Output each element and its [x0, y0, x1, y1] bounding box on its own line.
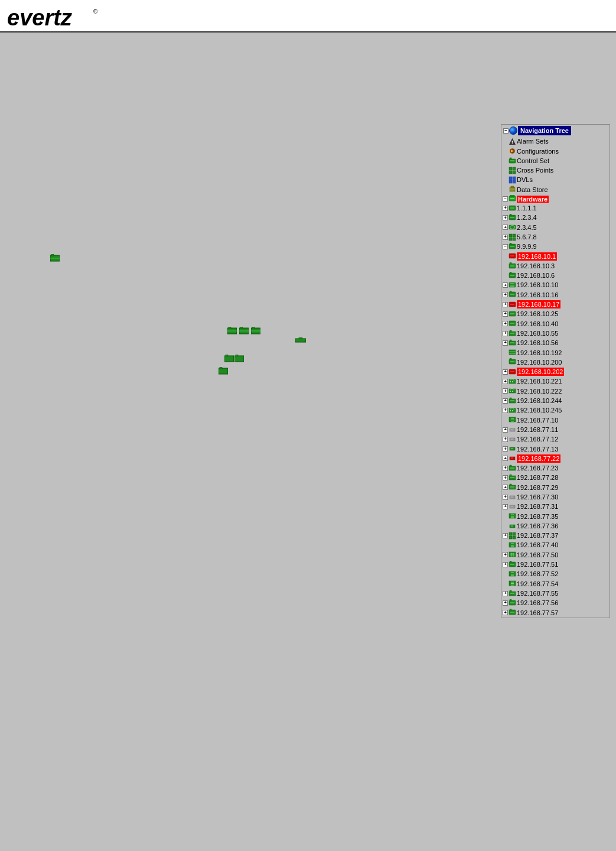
svg-rect-16	[224, 356, 234, 362]
nav-item-192-168-77-50[interactable]: + 192.168.77.50	[501, 550, 610, 560]
svg-rect-120	[510, 496, 515, 499]
nav-item-192-168-10-222[interactable]: + 192.168.10.222	[501, 386, 610, 396]
nav-item-192-168-77-31[interactable]: + 192.168.77.31	[501, 502, 610, 511]
nav-item-192-168-10-202[interactable]: + 192.168.10.202	[501, 367, 610, 376]
hardware-collapse[interactable]: −	[503, 196, 508, 202]
nav-item-192-168-77-51[interactable]: + 192.168.77.51	[501, 560, 610, 569]
nav-item-alarm-sets[interactable]: Alarm Sets	[501, 137, 610, 146]
nav-item-192-168-77-29[interactable]: + 192.168.77.29	[501, 483, 610, 492]
dvls-label: DVLs	[517, 176, 533, 184]
nav-item-5678[interactable]: + 5.6.7.8	[501, 232, 610, 242]
nav-item-192-168-77-23[interactable]: + 192.168.77.23	[501, 463, 610, 473]
nav-item-192-168-10-1[interactable]: 192.168.10.1	[501, 252, 610, 261]
nav-item-9999[interactable]: − 9.9.9.9	[501, 242, 610, 251]
device-icon-10-25	[509, 310, 516, 318]
svg-rect-131	[513, 532, 516, 535]
svg-point-92	[510, 381, 511, 382]
nav-item-192-168-10-3[interactable]: 192.168.10.3	[501, 261, 610, 271]
nav-item-192-168-10-25[interactable]: + 192.168.10.25	[501, 309, 610, 319]
device-icon-10-10	[509, 281, 516, 289]
nav-item-192-168-77-11[interactable]: + 192.168.77.11	[501, 425, 610, 434]
device-icon-77-35	[509, 512, 516, 520]
label-77-40: 192.168.77.40	[517, 541, 558, 549]
device-icon-10-17	[509, 301, 516, 308]
svg-rect-33	[513, 171, 516, 174]
device-icon-77-50	[509, 551, 516, 558]
nav-globe-icon	[509, 126, 517, 135]
device-icon-77-22	[509, 454, 516, 462]
svg-rect-54	[513, 238, 516, 241]
nav-item-192-168-77-40[interactable]: 192.168.77.40	[501, 540, 610, 550]
nav-item-192-168-10-40[interactable]: + 192.168.10.40	[501, 319, 610, 329]
svg-rect-133	[513, 536, 516, 539]
floating-device-2	[227, 327, 237, 337]
nav-item-2345[interactable]: + 2.3.4.5	[501, 223, 610, 232]
svg-rect-21	[220, 367, 222, 369]
svg-rect-32	[509, 171, 512, 174]
nav-tree-root[interactable]: − Navigation Tree	[501, 125, 610, 137]
configurations-label: Configurations	[517, 147, 559, 155]
device-icon-77-23	[509, 465, 516, 472]
nav-root-collapse[interactable]: −	[503, 128, 509, 134]
svg-rect-83	[509, 350, 516, 355]
nav-item-192-168-77-28[interactable]: + 192.168.77.28	[501, 473, 610, 482]
nav-item-192-168-77-35[interactable]: 192.168.77.35	[501, 512, 610, 521]
label-77-57: 192.168.77.57	[517, 609, 558, 617]
nav-item-192-168-77-12[interactable]: + 192.168.77.12	[501, 434, 610, 444]
nav-item-192-168-77-10[interactable]: 192.168.77.10	[501, 415, 610, 425]
nav-item-192-168-10-6[interactable]: 192.168.10.6	[501, 271, 610, 280]
svg-rect-157	[510, 599, 511, 600]
logo: evertz ®	[6, 3, 100, 29]
nav-item-192-168-10-55[interactable]: + 192.168.10.55	[501, 329, 610, 338]
device-icon-10-16	[509, 291, 516, 298]
nav-item-configurations[interactable]: Configurations	[501, 147, 610, 156]
svg-rect-64	[510, 272, 511, 273]
label-10-16: 192.168.10.16	[517, 291, 558, 299]
svg-rect-35	[513, 177, 516, 180]
nav-item-1234[interactable]: + 1.2.3.4	[501, 213, 610, 222]
cross-points-icon	[509, 167, 516, 174]
nav-item-192-168-77-30[interactable]: + 192.168.77.30	[501, 492, 610, 502]
nav-item-192-168-77-36[interactable]: 192.168.77.36	[501, 521, 610, 531]
device-icon-77-56	[509, 599, 516, 607]
nav-item-192-168-10-192[interactable]: 192.168.10.192	[501, 348, 610, 358]
svg-rect-14	[295, 339, 306, 342]
device-icon-77-54	[509, 580, 516, 587]
device-icon-77-36	[509, 522, 516, 530]
nav-item-dvls[interactable]: DVLs	[501, 175, 610, 184]
nav-item-192-168-10-244[interactable]: + 192.168.10.244	[501, 396, 610, 405]
svg-rect-114	[509, 466, 516, 470]
nav-item-192-168-10-17[interactable]: + 192.168.10.17	[501, 300, 610, 309]
svg-rect-17	[226, 355, 228, 356]
nav-item-cross-points[interactable]: Cross Points	[501, 165, 610, 175]
nav-item-192-168-10-56[interactable]: + 192.168.10.56	[501, 338, 610, 347]
nav-item-192-168-77-22[interactable]: + 192.168.77.22	[501, 454, 610, 463]
nav-item-192-168-77-57[interactable]: + 192.168.77.57	[501, 608, 610, 618]
nav-item-1111[interactable]: + 1.1.1.1	[501, 203, 610, 213]
nav-item-192-168-10-10[interactable]: + 192.168.10.10	[501, 280, 610, 290]
nav-item-192-168-77-37[interactable]: + 192.168.77.37	[501, 531, 610, 540]
svg-point-101	[512, 410, 513, 411]
nav-item-192-168-77-13[interactable]: + 192.168.77.13	[501, 444, 610, 454]
device-icon-2345	[509, 223, 516, 231]
svg-rect-6	[229, 327, 231, 329]
nav-item-192-168-10-245[interactable]: + 192.168.10.245	[501, 405, 610, 415]
device-icon-1111	[509, 204, 516, 212]
hardware-icon	[509, 195, 516, 203]
svg-rect-9	[240, 327, 243, 329]
nav-item-192-168-10-16[interactable]: + 192.168.10.16	[501, 290, 610, 300]
nav-item-data-store[interactable]: Data Store	[501, 185, 610, 194]
nav-item-192-168-10-200[interactable]: 192.168.10.200	[501, 358, 610, 367]
nav-item-192-168-77-56[interactable]: + 192.168.77.56	[501, 598, 610, 608]
label-10-17: 192.168.10.17	[517, 300, 560, 308]
nav-item-hardware[interactable]: − Hardware	[501, 194, 610, 203]
device-icon-10-202	[509, 368, 516, 376]
nav-item-192-168-10-221[interactable]: + 192.168.10.221	[501, 376, 610, 386]
nav-item-192-168-77-55[interactable]: + 192.168.77.55	[501, 589, 610, 598]
label-10-1: 192.168.10.1	[517, 252, 557, 261]
nav-item-192-168-77-54[interactable]: 192.168.77.54	[501, 579, 610, 589]
device-icon-77-37	[509, 532, 516, 540]
nav-item-control-set[interactable]: Control Set	[501, 156, 610, 165]
device-icon-77-30	[509, 493, 516, 501]
nav-item-192-168-77-52[interactable]: 192.168.77.52	[501, 569, 610, 579]
